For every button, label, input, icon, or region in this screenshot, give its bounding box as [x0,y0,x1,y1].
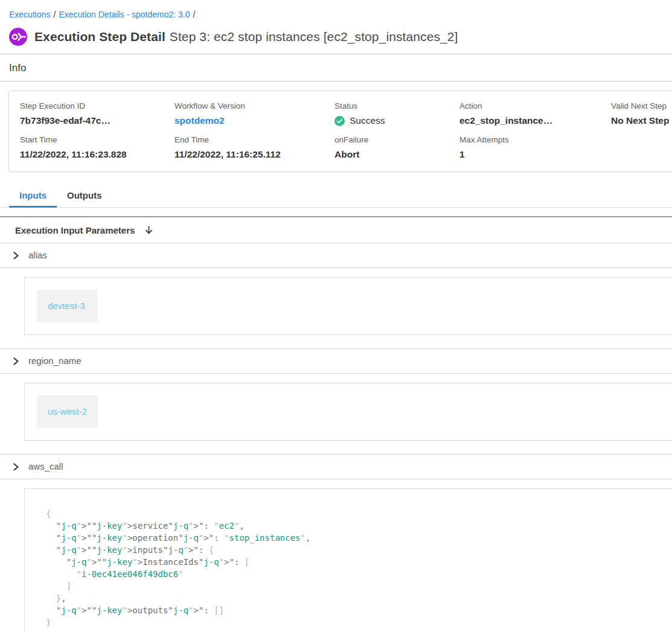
param-row-region-name[interactable]: region_name [0,349,672,373]
execution-input-parameters-header: Execution Input Parameters [0,217,672,243]
info-divider [0,81,672,81]
breadcrumb-link-execution-details[interactable]: Execution Details - spotdemo2: 3.0 [59,10,190,19]
max-attempts-value: 1 [459,149,611,160]
tab-outputs[interactable]: Outputs [57,187,112,207]
field-workflow-version: Workflow & Version spotdemo2 [174,101,334,126]
field-step-execution-id: Step Execution ID 7b73f93e-edaf-47c… [20,101,174,126]
field-max-attempts: Max Attempts 1 [459,135,611,160]
param-row-aws-call[interactable]: aws_call [0,455,672,479]
info-section-heading: Info [9,62,672,74]
success-check-icon [334,116,345,126]
field-start-time: Start Time 11/22/2022, 11:16:23.828 [20,135,174,160]
breadcrumb-separator: / [53,10,56,19]
execution-input-parameters-label: Execution Input Parameters [15,225,135,235]
page-title-row: Execution Step DetailStep 3: ec2 stop in… [9,28,672,46]
param-value-panel-alias: devtest-3 [24,277,672,335]
param-row-alias[interactable]: alias [0,243,672,267]
param-value-chip-alias: devtest-3 [37,290,97,322]
page-title-subtitle: Step 3: ec2 stop instances [ec2_stop_ins… [170,30,458,43]
chevron-right-icon [12,462,20,470]
title-divider [0,54,672,54]
field-status: Status Success [334,101,459,126]
breadcrumb-link-executions[interactable]: Executions [9,10,50,19]
start-time-value: 11/22/2022, 11:16:23.828 [20,149,174,160]
field-end-time: End Time 11/22/2022, 11:16:25.112 [174,135,334,160]
info-card: Step Execution ID 7b73f93e-edaf-47c… Wor… [8,91,672,172]
page-title: Execution Step DetailStep 3: ec2 stop in… [34,30,458,44]
step-execution-id-value: 7b73f93e-edaf-47c… [20,115,174,126]
action-value: ec2_stop_instance… [459,115,611,126]
param-name-aws-call: aws_call [28,461,63,471]
param-name-alias: alias [28,250,47,260]
onfailure-value: Abort [334,149,459,160]
aws-call-json-code: { "j-q">""j-key">service"j-q">": "ec2", … [46,508,672,628]
field-valid-next-step: Valid Next Step No Next Step [611,101,672,126]
page-title-main: Execution Step Detail [34,30,165,43]
field-onfailure: onFailure Abort [334,135,459,160]
param-name-region-name: region_name [28,356,82,366]
param-value-panel-aws-call: { "j-q">""j-key">service"j-q">": "ec2", … [24,488,672,632]
param-value-panel-region-name: us-west-2 [24,383,672,441]
workflow-icon [9,28,27,46]
field-action: Action ec2_stop_instance… [459,101,611,126]
workflow-link[interactable]: spotdemo2 [174,115,334,126]
info-card-row-1: Step Execution ID 7b73f93e-edaf-47c… Wor… [20,101,672,126]
status-value: Success [334,115,459,126]
end-time-value: 11/22/2022, 11:16:25.112 [174,149,334,160]
breadcrumb: Executions/Execution Details - spotdemo2… [0,0,672,19]
param-value-chip-region-name: us-west-2 [37,395,98,428]
chevron-right-icon [12,357,20,365]
status-text: Success [350,115,385,126]
tab-bar: Inputs Outputs [0,187,672,208]
valid-next-step-value: No Next Step [611,115,672,126]
tab-inputs[interactable]: Inputs [9,187,57,207]
info-card-row-2: Start Time 11/22/2022, 11:16:23.828 End … [20,135,672,160]
chevron-right-icon [12,251,20,259]
breadcrumb-separator: / [193,10,196,19]
arrow-down-icon[interactable] [144,225,154,235]
